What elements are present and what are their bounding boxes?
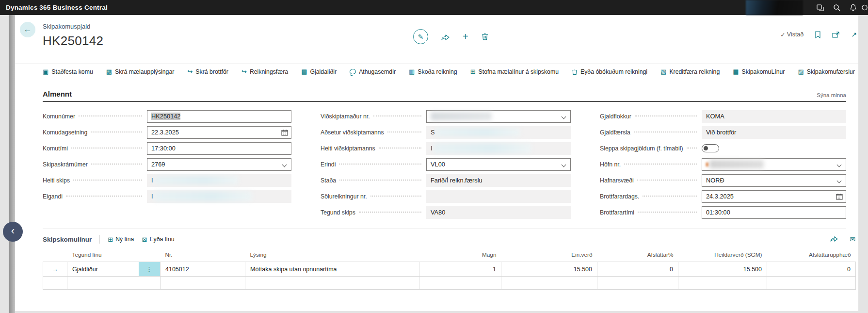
delete-line-button[interactable]: ⊠Eyða línu (142, 236, 174, 243)
lines-section-header: Skipskomulínur ⊞Ný lína ⊠Eyða línu ✉ (43, 235, 855, 244)
delete-button[interactable] (482, 33, 488, 40)
cell-lysing[interactable]: Móttaka skipa utan opnunartíma (245, 262, 419, 277)
share-lines-button[interactable] (830, 235, 838, 243)
bell-icon[interactable] (845, 0, 861, 15)
field-adsetur-vidskiptamanns: Aðsetur viðskiptamannsS (321, 124, 571, 140)
action-skra-maelaupplysingar[interactable]: ▩Skrá mælaupplýsingar (106, 68, 175, 75)
cell-afslattur[interactable]: 0 (597, 262, 678, 277)
collapse-pane-button[interactable]: ‹ (3, 222, 23, 242)
action-eyda-obokudum-reikningi[interactable]: Eyða óbókuðum reikningi (572, 68, 647, 75)
col-selector (43, 251, 67, 262)
komudagsetning-input[interactable]: 22.3.2025 (147, 126, 291, 139)
action-athugasemdir[interactable]: Athugasemdir (350, 68, 396, 75)
field-solureikningur-nr: Sölureikningur nr. (321, 188, 571, 204)
topbar: Dynamics 365 Business Central (0, 0, 868, 15)
create-meter-lines-icon: ⊞ (470, 68, 476, 75)
action-stofna-maelalinur[interactable]: ⊞Stofna mælalínur á skipskomu (470, 68, 559, 75)
field-komutimi: Komutími17:30:00 (43, 140, 291, 156)
email-lines-button[interactable]: ✉ (850, 235, 855, 243)
action-kreditfaera-reikning[interactable]: ▧Kreditfæra reikning (660, 68, 720, 75)
action-skipakomufaerslur[interactable]: ▨Skipakomufærslur (798, 68, 854, 75)
new-line-icon: ⊞ (108, 236, 113, 243)
cell-einverd[interactable]: 15.500 (501, 262, 597, 277)
toggle-skip-ship-fees[interactable] (702, 144, 719, 152)
edit-button[interactable]: ✎ (413, 29, 428, 44)
action-skra-brottfor[interactable]: ↪Skrá brottför (187, 68, 228, 75)
col-nr[interactable]: Nr. (161, 251, 245, 262)
col-lysing[interactable]: Lýsing (245, 251, 419, 262)
new-line-button[interactable]: ⊞Ný lína (108, 236, 134, 243)
col-tegund-linu[interactable]: Tegund línu (67, 251, 161, 262)
copy-note-icon[interactable] (812, 0, 828, 15)
field-erindi: ErindiVL00 (321, 156, 571, 172)
eigandi-field: I (147, 190, 291, 203)
skipaskrarnumer-combo[interactable]: 2769 (147, 158, 291, 171)
action-gjaldalidir[interactable]: ▤Gjaldaliðir (301, 68, 337, 75)
cell-tegund-linu[interactable]: Gjaldliður⋮ (67, 262, 161, 277)
share-button[interactable] (441, 33, 450, 40)
col-magn[interactable]: Magn (419, 251, 501, 262)
new-button[interactable]: + (463, 31, 468, 42)
col-afslatturupphaed[interactable]: Afsláttarupphæð (767, 251, 856, 262)
brottfarardags-input[interactable]: 24.3.2025 (702, 190, 846, 203)
redacted-value (431, 112, 492, 120)
card-header: ← Skipakomuspjald HK250142 ✎ + ✓Vistað ↗ (15, 15, 858, 64)
save-status: ✓Vistað (780, 31, 804, 38)
action-skoda-reikning[interactable]: ▥Skoða reikning (409, 68, 457, 75)
section-title[interactable]: Almennt (43, 90, 72, 98)
lines-section-title[interactable]: Skipskomulínur (43, 236, 92, 243)
action-label: Staðfesta komu (51, 68, 93, 75)
action-reikningsfaera[interactable]: ↪Reikningsfæra (241, 68, 288, 75)
chevron-left-icon: ‹ (11, 226, 15, 236)
chevron-down-icon (562, 114, 566, 119)
calendar-icon[interactable] (836, 193, 843, 200)
confirm-arrival-icon: ▣ (43, 68, 48, 75)
brottfarartimi-input[interactable]: 01:30:00 (702, 206, 846, 219)
hafnarsvaedi-combo[interactable]: NORÐ (702, 174, 846, 187)
bookmark-button[interactable] (815, 31, 820, 38)
cell-menu-button[interactable]: ⋮ (139, 262, 160, 276)
table-row[interactable]: → Gjaldliður⋮ 4105012 Móttaka skipa utan… (43, 262, 856, 277)
field-sleppa-skipagjoldum: Sleppa skipagjöldum (f. tímabil) (600, 140, 846, 156)
cell-heildarverd[interactable]: 15.500 (678, 262, 767, 277)
row-selector[interactable]: → (43, 262, 67, 277)
field-komunumer: KomunúmerHK250142 (43, 108, 291, 124)
vidskiptamadur-nr-combo[interactable] (426, 110, 571, 123)
hofn-nr-combo[interactable] (702, 158, 846, 171)
action-label: Gjaldaliðir (310, 68, 337, 75)
action-skipakomulinur[interactable]: ▦SkipakomuLínur (733, 68, 785, 75)
col-afslattur[interactable]: Afsláttar% (597, 251, 678, 262)
save-status-label: Vistað (787, 31, 804, 38)
cell-magn[interactable]: 1 (419, 262, 501, 277)
chevron-down-icon (837, 178, 842, 183)
field-hofn-nr: Höfn nr. (600, 156, 846, 172)
left-scroll-strip[interactable] (9, 15, 15, 313)
calendar-icon[interactable] (281, 129, 288, 136)
komutimi-input[interactable]: 17:30:00 (147, 142, 291, 155)
cell-nr[interactable]: 4105012 (161, 262, 245, 277)
field-hafnarsvaedi: HafnarsvæðiNORÐ (600, 172, 846, 188)
settings-icon-partial[interactable] (861, 0, 868, 15)
search-icon[interactable] (828, 0, 845, 15)
app-title[interactable]: Dynamics 365 Business Central (0, 4, 108, 11)
field-heiti-vidskiptamanns: Heiti viðskiptamannsI (321, 140, 571, 156)
pencil-icon: ✎ (418, 33, 424, 41)
action-stadfesta-komu[interactable]: ▣Staðfesta komu (43, 68, 93, 75)
komunumer-input[interactable]: HK250142 (147, 110, 291, 123)
open-in-new-window-button[interactable] (832, 32, 839, 38)
erindi-combo[interactable]: VL00 (426, 158, 571, 171)
show-less-link[interactable]: Sýna minna (817, 92, 846, 98)
field-skipaskrarnumer: Skipaskrárnúmer2769 (43, 156, 291, 172)
redacted-marker (706, 163, 708, 166)
back-button[interactable]: ← (20, 22, 35, 37)
table-row-empty[interactable] (43, 277, 856, 290)
redacted-value (154, 176, 239, 184)
solureikningur-field (426, 190, 571, 203)
field-komudagsetning: Komudagsetning22.3.2025 (43, 124, 291, 140)
heiti-skips-field: I (147, 174, 291, 187)
cell-afslatturupphaed[interactable]: 0 (767, 262, 856, 277)
col-heildarverd[interactable]: Heildarverð (SGM) (678, 251, 767, 262)
col-einverd[interactable]: Ein.verð (501, 251, 597, 262)
redacted-value (436, 128, 520, 136)
expand-button[interactable]: ↗ (851, 31, 857, 38)
